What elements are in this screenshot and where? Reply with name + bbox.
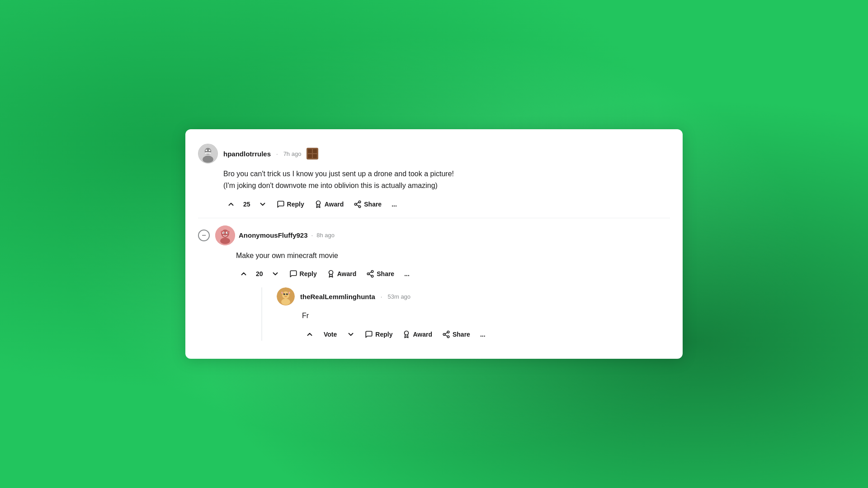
upvote-button-2[interactable]	[236, 267, 251, 280]
divider	[198, 218, 670, 218]
share-icon-reply	[442, 330, 450, 338]
svg-line-26	[369, 272, 372, 273]
more-button-2[interactable]: ...	[401, 268, 413, 280]
share-button-2[interactable]: Share	[363, 267, 398, 280]
upvote-icon-reply	[306, 330, 314, 338]
reply-1-username: theRealLemmlinghunta	[300, 293, 375, 300]
svg-point-3	[206, 150, 208, 151]
svg-line-11	[357, 202, 359, 203]
svg-point-31	[286, 293, 288, 295]
comment-2-header: − AnonymousFluffy923 · 8h ago	[198, 225, 670, 245]
svg-rect-5	[205, 153, 211, 154]
svg-point-34	[284, 296, 287, 297]
reply-button-2[interactable]: Reply	[286, 267, 321, 280]
comment-2-timestamp: 8h ago	[316, 232, 335, 239]
svg-line-25	[369, 274, 372, 276]
reply-1-text: Fr	[302, 310, 670, 322]
comment-1-vote-count: 25	[241, 201, 252, 208]
downvote-icon-2	[271, 270, 279, 278]
share-button-reply-1[interactable]: Share	[439, 328, 474, 341]
more-icon-2: ...	[404, 270, 410, 277]
svg-line-43	[445, 335, 447, 336]
comment-1: hpandlotrrules · 7h ago Bro you can't tr…	[198, 144, 670, 210]
avatar-reply-1	[277, 287, 295, 305]
more-icon-reply: ...	[480, 331, 486, 338]
share-icon	[354, 200, 362, 208]
comment-2-body: Make your own minecraft movie 20	[236, 250, 670, 341]
award-icon-2	[327, 270, 335, 278]
svg-point-17	[223, 232, 224, 233]
downvote-button[interactable]	[255, 198, 270, 211]
comment-2-username: AnonymousFluffy923	[239, 231, 308, 239]
downvote-icon-reply	[347, 330, 355, 338]
svg-point-2	[203, 156, 213, 163]
downvote-icon	[259, 200, 267, 208]
svg-line-10	[357, 205, 359, 206]
svg-point-29	[281, 299, 290, 305]
collapse-button[interactable]: −	[198, 230, 210, 241]
award-button-reply-1[interactable]: Award	[399, 328, 436, 341]
reply-1-body: Fr Vote	[302, 310, 670, 341]
reply-button-reply-1[interactable]: Reply	[361, 328, 396, 341]
avatar-2	[215, 225, 235, 245]
comment-1-username: hpandlotrrules	[223, 150, 271, 158]
svg-line-44	[445, 333, 447, 334]
comment-2: − AnonymousFluffy923 · 8h ago	[198, 225, 670, 341]
comment-1-actions: 25 Reply Award	[223, 198, 670, 211]
reply-1-header: theRealLemmlinghunta · 53m ago	[277, 287, 670, 305]
comments-card: hpandlotrrules · 7h ago Bro you can't tr…	[185, 129, 683, 358]
comment-2-vote-count: 20	[254, 270, 265, 277]
share-button-1[interactable]: Share	[350, 198, 385, 211]
svg-point-32	[284, 294, 285, 294]
upvote-button[interactable]	[223, 198, 239, 211]
award-badge	[307, 148, 318, 160]
svg-point-4	[209, 150, 211, 151]
more-icon: ...	[392, 201, 397, 208]
reply-icon	[277, 200, 285, 208]
comment-1-text: Bro you can't trick us I know you just s…	[223, 168, 670, 191]
more-button-reply-1[interactable]: ...	[476, 328, 489, 340]
share-icon-2	[366, 270, 374, 278]
svg-point-33	[287, 294, 288, 294]
award-button-2[interactable]: Award	[323, 267, 360, 280]
downvote-button-2[interactable]	[268, 267, 283, 280]
avatar	[198, 144, 218, 164]
more-button-1[interactable]: ...	[388, 198, 401, 210]
comment-2-actions: 20 Reply Award	[236, 267, 670, 280]
reply-1-timestamp: 53m ago	[387, 293, 410, 300]
vote-label: Vote	[320, 328, 340, 340]
award-icon	[314, 200, 322, 208]
reply-button-1[interactable]: Reply	[273, 198, 308, 211]
vote-up-reply-1[interactable]	[302, 328, 317, 341]
upvote-icon-2	[240, 270, 248, 278]
award-button-1[interactable]: Award	[311, 198, 348, 211]
upvote-icon	[227, 200, 235, 208]
nested-comment-container: theRealLemmlinghunta · 53m ago Fr	[261, 287, 670, 341]
comment-1-body: Bro you can't trick us I know you just s…	[223, 168, 670, 210]
reply-icon-2	[289, 270, 297, 278]
svg-point-14	[220, 238, 230, 244]
svg-point-18	[227, 232, 228, 233]
svg-point-13	[221, 230, 229, 238]
comment-1-header: hpandlotrrules · 7h ago	[198, 144, 670, 164]
svg-point-30	[283, 293, 285, 295]
comment-2-text: Make your own minecraft movie	[236, 250, 670, 262]
reply-1-actions: Vote Reply	[302, 328, 670, 341]
reply-icon-reply	[365, 330, 373, 338]
reply-1: theRealLemmlinghunta · 53m ago Fr	[271, 287, 670, 341]
comment-1-timestamp: 7h ago	[283, 150, 302, 157]
award-icon-reply	[402, 330, 410, 338]
vote-down-reply-1[interactable]	[343, 328, 359, 341]
